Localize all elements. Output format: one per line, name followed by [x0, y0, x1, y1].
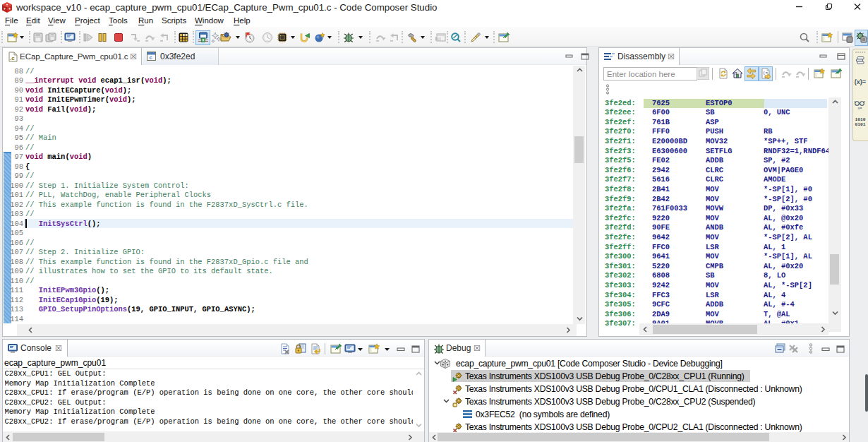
svg-text:.c: .c [10, 55, 15, 61]
svg-text:(=: (= [763, 71, 768, 76]
svg-text:c: c [150, 54, 153, 61]
svg-text:x=: x= [858, 106, 862, 110]
